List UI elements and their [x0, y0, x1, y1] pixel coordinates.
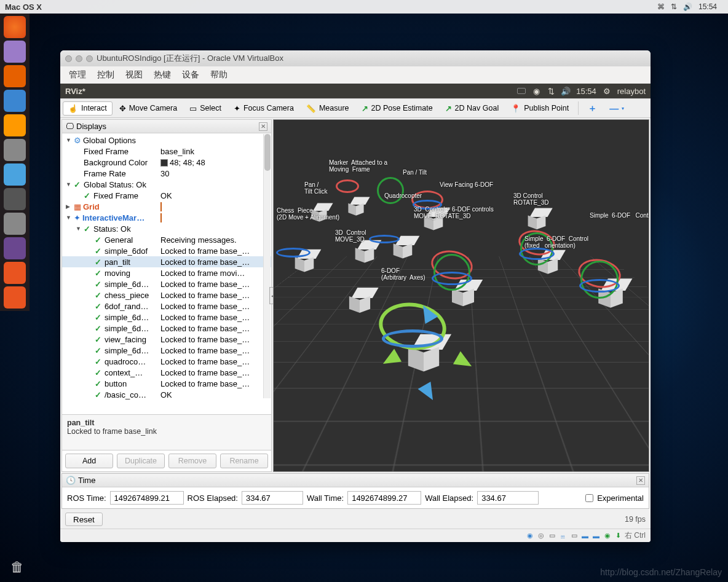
menu-帮助[interactable]: 帮助	[210, 69, 228, 81]
control-ring[interactable]	[336, 179, 359, 193]
shared-folder-icon[interactable]: ▭	[569, 531, 579, 540]
tree-row[interactable]: simple_6d…Locked to frame base_…	[62, 345, 271, 356]
tool-measure[interactable]: 📏Measure	[301, 101, 355, 116]
tree-row[interactable]: GeneralReceiving messages.	[62, 234, 271, 245]
tree-row[interactable]: simple_6d…Locked to frame base_…	[62, 278, 271, 289]
duplicate-button[interactable]: Duplicate	[117, 454, 165, 468]
tree-row[interactable]: ▼⚙Global Options	[62, 135, 271, 146]
scrollbar[interactable]	[263, 134, 271, 398]
control-ring[interactable]	[369, 235, 400, 243]
tool-focus-camera[interactable]: ✦Focus Camera	[228, 101, 299, 116]
display-icon[interactable]: ▬	[580, 531, 590, 540]
tree-row[interactable]: ▼✦InteractiveMar…	[62, 212, 271, 223]
tree-row[interactable]: pan_tiltLocked to frame base_…	[62, 256, 271, 267]
tree-row[interactable]: Fixed Framebase_link	[62, 146, 271, 157]
tree-row[interactable]: simple_6d…Locked to frame base_…	[62, 312, 271, 323]
dock-terminal[interactable]	[4, 188, 26, 210]
tree-row[interactable]: context_…Locked to frame base_…	[62, 367, 271, 378]
dock-system-monitor[interactable]	[4, 213, 26, 235]
tree-row[interactable]: 6dof_rand…Locked to frame base_…	[62, 301, 271, 312]
remove-tool-button[interactable]: —▾	[604, 101, 630, 116]
control-ring[interactable]	[579, 279, 620, 293]
tree-row[interactable]: chess_pieceLocked to frame base_…	[62, 289, 271, 301]
marker-cube[interactable]	[355, 240, 374, 259]
tree-row[interactable]: buttonLocked to frame base_…	[62, 378, 271, 389]
3d-viewport[interactable]: Marker Attached to a Moving FramePan / T…	[273, 119, 649, 472]
dock-app-orange[interactable]	[4, 262, 26, 284]
dock-amazon[interactable]	[4, 114, 26, 136]
tool-select[interactable]: ▭Select	[184, 101, 227, 116]
tree-row[interactable]: simple_6d…Locked to frame base_…	[62, 323, 271, 334]
dock-app-spiral[interactable]	[4, 237, 26, 259]
rename-button[interactable]: Rename	[220, 454, 268, 468]
displays-header[interactable]: 🖵 Displays ✕	[62, 120, 271, 133]
close-icon[interactable]	[65, 55, 72, 62]
tool-publish-point[interactable]: 📍Publish Point	[505, 101, 574, 116]
tool-2d-nav-goal[interactable]: ↗2D Nav Goal	[440, 101, 505, 116]
dock-settings[interactable]	[4, 139, 26, 161]
control-ring[interactable]	[276, 248, 311, 258]
displays-tree[interactable]: ▼⚙Global OptionsFixed Framebase_linkBack…	[62, 133, 271, 414]
tree-row[interactable]: ▼Global Status: Ok	[62, 179, 271, 190]
tool-move-camera[interactable]: ✥Move Camera	[114, 101, 183, 116]
control-ring[interactable]	[382, 329, 443, 348]
gear-icon[interactable]: ⚙	[603, 87, 611, 95]
control-ring[interactable]	[432, 272, 472, 285]
record-icon[interactable]: ◉	[603, 531, 612, 540]
tree-row[interactable]: ▶▦Grid	[62, 201, 271, 212]
tree-row[interactable]: Frame Rate30	[62, 168, 271, 179]
control-ring[interactable]	[377, 177, 404, 204]
tree-row[interactable]: ▼Status: Ok	[62, 223, 271, 234]
tree-row[interactable]: Fixed FrameOK	[62, 190, 271, 201]
menu-管理[interactable]: 管理	[69, 69, 86, 81]
dock-files[interactable]	[4, 41, 26, 63]
ros-elapsed-field[interactable]	[242, 491, 303, 505]
dock-app-blue[interactable]	[4, 163, 26, 186]
keyboard-icon[interactable]: ⌘	[657, 2, 665, 11]
close-icon[interactable]: ✕	[259, 122, 267, 131]
remove-button[interactable]: Remove	[168, 454, 216, 468]
tree-row[interactable]: movingLocked to frame movi…	[62, 267, 271, 278]
ubuntu-icon[interactable]: ◉	[532, 87, 540, 95]
ros-time-field[interactable]	[110, 491, 184, 505]
usb-icon[interactable]: ⎂	[558, 531, 568, 540]
tree-row[interactable]: simple_6dofLocked to frame base_…	[62, 245, 271, 256]
minimize-icon[interactable]	[76, 55, 82, 62]
optical-icon[interactable]: ◎	[536, 531, 545, 540]
dock-software[interactable]	[4, 90, 26, 112]
dock-firefox[interactable]	[4, 65, 26, 87]
wall-elapsed-field[interactable]	[477, 491, 539, 505]
tree-row[interactable]: /basic_co…OK	[62, 389, 271, 400]
add-tool-button[interactable]: ＋	[582, 100, 603, 117]
dock-ubuntu-dash[interactable]	[4, 16, 26, 38]
vbox-titlebar[interactable]: UbuntuROSIndigo [正在运行] - Oracle VM Virtu…	[60, 50, 651, 66]
tool-interact[interactable]: ☝Interact	[63, 101, 113, 116]
disk-icon[interactable]: ◉	[525, 531, 534, 540]
volume-icon[interactable]: 🔊	[561, 87, 570, 95]
menu-设备[interactable]: 设备	[182, 69, 199, 81]
add-button[interactable]: Add	[65, 454, 113, 468]
hdd-icon[interactable]: ▭	[547, 531, 556, 540]
reset-button[interactable]: Reset	[65, 513, 103, 526]
tree-row[interactable]: quadroco…Locked to frame base_…	[62, 356, 271, 367]
tree-row[interactable]: Background Color48; 48; 48	[62, 157, 271, 168]
marker-cube[interactable]	[349, 288, 370, 309]
network-icon[interactable]: ⇅	[547, 87, 555, 95]
updown-icon[interactable]: ⇅	[671, 2, 677, 11]
tool-2d-pose-estimate[interactable]: ↗2D Pose Estimate	[356, 101, 438, 116]
trash-icon[interactable]: 🗑	[6, 556, 28, 578]
experimental-checkbox[interactable]: Experimental	[585, 494, 644, 503]
mouse-icon[interactable]: ⬇	[614, 531, 623, 540]
tree-row[interactable]: view_facingLocked to frame base_…	[62, 334, 271, 345]
zoom-icon[interactable]	[86, 55, 93, 62]
menu-热键[interactable]: 热键	[154, 69, 171, 81]
marker-cube[interactable]	[528, 208, 546, 226]
wall-time-field[interactable]	[347, 491, 421, 505]
dock-app-orange-2[interactable]	[4, 286, 26, 309]
volume-icon[interactable]: 🔊	[683, 2, 692, 11]
display2-icon[interactable]: ▬	[592, 531, 601, 540]
time-header[interactable]: 🕓 Time ✕	[62, 474, 649, 487]
control-ring[interactable]	[519, 248, 555, 260]
marker-cube[interactable]	[348, 197, 363, 212]
menu-视图[interactable]: 视图	[125, 69, 143, 81]
